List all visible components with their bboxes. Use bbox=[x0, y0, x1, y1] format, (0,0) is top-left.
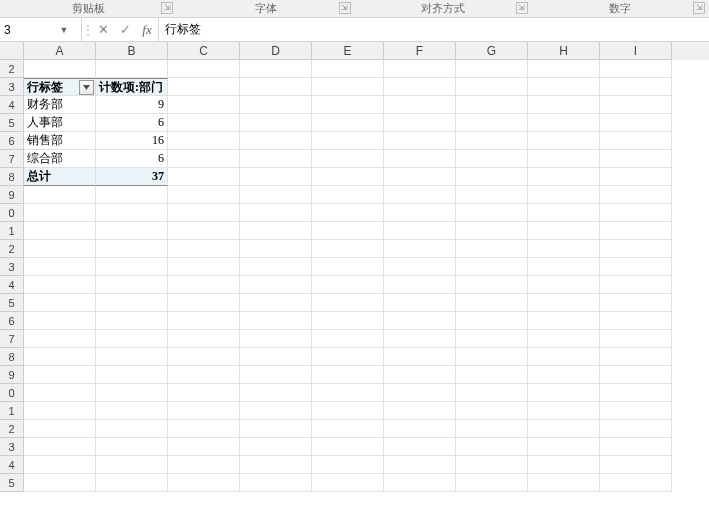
column-header-A[interactable]: A bbox=[24, 42, 96, 60]
cell[interactable] bbox=[312, 420, 384, 438]
cell[interactable] bbox=[384, 366, 456, 384]
cell[interactable] bbox=[24, 420, 96, 438]
cell[interactable]: 计数项:部门 bbox=[96, 78, 168, 96]
cell[interactable] bbox=[312, 60, 384, 78]
row-header[interactable]: 3 bbox=[0, 258, 24, 276]
cell[interactable] bbox=[384, 150, 456, 168]
cell[interactable] bbox=[168, 96, 240, 114]
cell[interactable] bbox=[384, 132, 456, 150]
cell[interactable] bbox=[312, 402, 384, 420]
cell[interactable] bbox=[384, 60, 456, 78]
row-header[interactable]: 3 bbox=[0, 78, 24, 96]
cell[interactable] bbox=[600, 114, 672, 132]
cell[interactable] bbox=[96, 312, 168, 330]
row-header[interactable]: 6 bbox=[0, 312, 24, 330]
cell[interactable] bbox=[384, 438, 456, 456]
cell[interactable] bbox=[96, 60, 168, 78]
cell[interactable]: 行标签 bbox=[24, 78, 96, 96]
cell[interactable] bbox=[384, 456, 456, 474]
cell[interactable] bbox=[24, 402, 96, 420]
cell[interactable] bbox=[168, 420, 240, 438]
cell[interactable] bbox=[240, 222, 312, 240]
cell[interactable] bbox=[96, 258, 168, 276]
cell[interactable] bbox=[456, 114, 528, 132]
row-header[interactable]: 5 bbox=[0, 474, 24, 492]
cell[interactable] bbox=[456, 456, 528, 474]
dialog-launcher-icon[interactable]: ⇲ bbox=[516, 2, 528, 14]
cell[interactable] bbox=[600, 150, 672, 168]
cell[interactable] bbox=[240, 366, 312, 384]
cell[interactable] bbox=[240, 114, 312, 132]
cell[interactable] bbox=[456, 402, 528, 420]
cell[interactable] bbox=[456, 330, 528, 348]
cell[interactable] bbox=[312, 150, 384, 168]
cell[interactable] bbox=[528, 204, 600, 222]
cell[interactable] bbox=[600, 348, 672, 366]
cell[interactable] bbox=[24, 60, 96, 78]
cell[interactable] bbox=[384, 258, 456, 276]
cell[interactable] bbox=[312, 276, 384, 294]
cell[interactable] bbox=[312, 258, 384, 276]
cell[interactable] bbox=[528, 150, 600, 168]
cell[interactable] bbox=[312, 294, 384, 312]
cell[interactable] bbox=[528, 240, 600, 258]
cell[interactable] bbox=[96, 438, 168, 456]
cell[interactable] bbox=[528, 276, 600, 294]
cell[interactable]: 综合部 bbox=[24, 150, 96, 168]
cell[interactable] bbox=[528, 384, 600, 402]
cell[interactable] bbox=[168, 186, 240, 204]
cell[interactable] bbox=[240, 438, 312, 456]
cell[interactable]: 销售部 bbox=[24, 132, 96, 150]
cell[interactable] bbox=[240, 348, 312, 366]
column-header-E[interactable]: E bbox=[312, 42, 384, 60]
cell[interactable] bbox=[168, 78, 240, 96]
cell[interactable] bbox=[24, 456, 96, 474]
cell[interactable] bbox=[456, 168, 528, 186]
cell[interactable] bbox=[240, 330, 312, 348]
cell[interactable] bbox=[600, 78, 672, 96]
cell[interactable] bbox=[168, 330, 240, 348]
cell[interactable] bbox=[24, 330, 96, 348]
cell[interactable] bbox=[168, 474, 240, 492]
cell[interactable] bbox=[240, 186, 312, 204]
cell[interactable] bbox=[24, 294, 96, 312]
cell[interactable] bbox=[96, 474, 168, 492]
cell[interactable]: 37 bbox=[96, 168, 168, 186]
cell[interactable] bbox=[528, 186, 600, 204]
cell[interactable] bbox=[168, 438, 240, 456]
cell[interactable] bbox=[384, 240, 456, 258]
row-header[interactable]: 9 bbox=[0, 186, 24, 204]
cell[interactable] bbox=[96, 456, 168, 474]
column-header-G[interactable]: G bbox=[456, 42, 528, 60]
row-header[interactable]: 9 bbox=[0, 366, 24, 384]
cell[interactable] bbox=[456, 78, 528, 96]
row-header[interactable]: 2 bbox=[0, 60, 24, 78]
cell[interactable] bbox=[456, 96, 528, 114]
dialog-launcher-icon[interactable]: ⇲ bbox=[161, 2, 173, 14]
cell[interactable] bbox=[456, 222, 528, 240]
cell[interactable] bbox=[528, 168, 600, 186]
cell[interactable] bbox=[312, 384, 384, 402]
cell[interactable] bbox=[96, 402, 168, 420]
cell[interactable] bbox=[528, 420, 600, 438]
cell[interactable] bbox=[600, 60, 672, 78]
cell[interactable] bbox=[528, 348, 600, 366]
cell[interactable] bbox=[240, 384, 312, 402]
cell[interactable] bbox=[312, 330, 384, 348]
cell[interactable] bbox=[96, 330, 168, 348]
cell[interactable] bbox=[600, 132, 672, 150]
cell[interactable]: 人事部 bbox=[24, 114, 96, 132]
cell[interactable] bbox=[24, 240, 96, 258]
cell[interactable] bbox=[168, 168, 240, 186]
cell[interactable] bbox=[384, 420, 456, 438]
cell[interactable] bbox=[384, 312, 456, 330]
filter-dropdown-button[interactable] bbox=[79, 80, 94, 95]
cell[interactable] bbox=[24, 438, 96, 456]
cell[interactable] bbox=[456, 420, 528, 438]
cell[interactable] bbox=[528, 78, 600, 96]
cell[interactable] bbox=[168, 402, 240, 420]
cell[interactable] bbox=[312, 474, 384, 492]
column-header-H[interactable]: H bbox=[528, 42, 600, 60]
cell[interactable] bbox=[24, 384, 96, 402]
cell[interactable] bbox=[240, 474, 312, 492]
